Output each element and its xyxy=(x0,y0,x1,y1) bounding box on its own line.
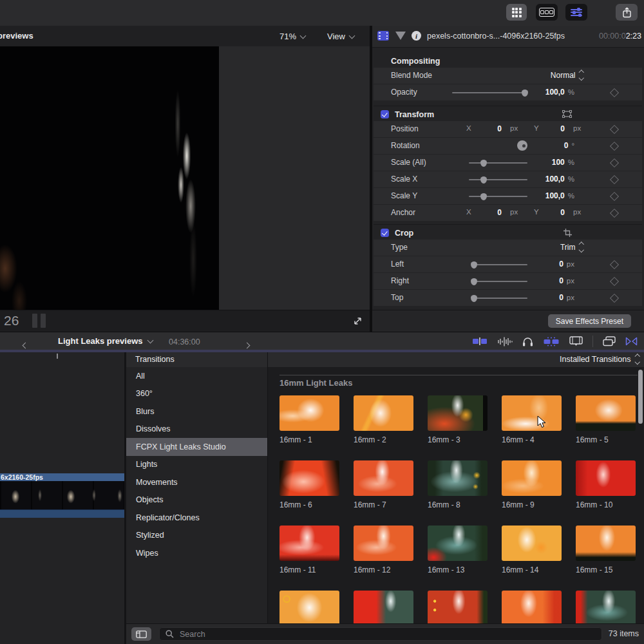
keyframe-diamond-icon[interactable] xyxy=(610,209,619,218)
category-blurs[interactable]: Blurs xyxy=(126,402,267,421)
transition-item[interactable]: 16mm - 9 xyxy=(502,460,562,526)
transition-item[interactable]: 16mm - 2 xyxy=(354,395,413,460)
effects-browser-icon[interactable] xyxy=(603,336,616,346)
crop-left-value[interactable]: 0px xyxy=(559,260,574,269)
scale-x-slider[interactable] xyxy=(469,179,527,180)
scale-y-slider[interactable] xyxy=(469,196,527,197)
viewer-zoom-menu[interactable]: 71% xyxy=(279,32,305,41)
transition-item[interactable]: 16mm - 12 xyxy=(354,526,413,591)
inspector-toggle-button[interactable] xyxy=(565,4,587,21)
timeline-clip[interactable]: 6x2160-25fps xyxy=(0,473,124,518)
transition-thumbnail[interactable] xyxy=(354,460,413,496)
search-field[interactable] xyxy=(159,627,602,641)
category-stylized[interactable]: Stylized xyxy=(126,527,267,545)
keyframe-diamond-icon[interactable] xyxy=(610,294,619,303)
rotation-knob[interactable] xyxy=(517,140,527,151)
crop-right-value[interactable]: 0px xyxy=(559,276,574,285)
audio-skimming-icon[interactable] xyxy=(497,337,513,346)
transition-thumbnail[interactable] xyxy=(576,460,636,496)
transition-item[interactable]: 16mm - 3 xyxy=(428,395,488,460)
keyframe-diamond-icon[interactable] xyxy=(610,277,619,286)
transition-item[interactable] xyxy=(428,591,488,623)
crop-top-slider[interactable] xyxy=(471,298,527,299)
scrub-handle[interactable] xyxy=(41,314,46,328)
transitions-browser-icon[interactable] xyxy=(625,337,638,346)
scrub-handle[interactable] xyxy=(32,314,37,328)
solo-headphones-icon[interactable] xyxy=(522,337,533,346)
transition-item[interactable]: 16mm - 7 xyxy=(354,460,413,526)
blend-mode-select[interactable]: Normal xyxy=(551,71,583,80)
keyframe-diamond-icon[interactable] xyxy=(610,260,619,269)
sidebar-toggle-button[interactable] xyxy=(131,627,151,641)
transition-thumbnail[interactable] xyxy=(502,526,562,561)
transition-thumbnail[interactable] xyxy=(576,591,636,623)
transition-thumbnail[interactable] xyxy=(428,460,488,496)
transition-item[interactable]: 16mm - 14 xyxy=(502,526,562,591)
search-input[interactable] xyxy=(178,629,503,639)
anchor-y-value[interactable]: 0 xyxy=(560,208,565,217)
transition-thumbnail[interactable] xyxy=(279,460,339,496)
transition-item[interactable]: 16mm - 11 xyxy=(279,526,339,591)
transition-thumbnail[interactable] xyxy=(279,395,339,431)
next-project-button[interactable] xyxy=(245,339,249,350)
transition-thumbnail[interactable] xyxy=(428,591,488,623)
crop-onscreen-icon[interactable] xyxy=(564,229,572,237)
transition-item[interactable]: 16mm - 4 xyxy=(502,395,562,460)
transform-onscreen-icon[interactable] xyxy=(562,110,572,118)
crop-left-slider[interactable] xyxy=(471,264,527,265)
transition-thumbnail[interactable] xyxy=(576,526,636,561)
keyframe-diamond-icon[interactable] xyxy=(610,125,619,134)
keyframe-diamond-icon[interactable] xyxy=(610,142,619,151)
opacity-slider[interactable] xyxy=(452,92,527,93)
project-title-menu[interactable]: Light Leaks previews xyxy=(58,336,153,346)
keyframe-diamond-icon[interactable] xyxy=(610,158,619,167)
category-360[interactable]: 360° xyxy=(126,385,267,403)
transform-checkbox[interactable] xyxy=(381,110,389,118)
grid-scrollbar[interactable] xyxy=(638,370,643,424)
trim-skim-icon[interactable] xyxy=(472,337,488,345)
opacity-value[interactable]: 100,0% xyxy=(545,88,574,97)
transition-item[interactable]: 16mm - 10 xyxy=(576,460,636,526)
rotation-value[interactable]: 0° xyxy=(564,141,574,150)
scale-y-value[interactable]: 100,0% xyxy=(545,191,574,200)
category-dissolves[interactable]: Dissolves xyxy=(126,421,267,439)
category-movements[interactable]: Movements xyxy=(126,473,267,491)
transition-item[interactable]: 16mm - 8 xyxy=(428,460,488,526)
transition-thumbnail[interactable] xyxy=(279,526,339,561)
category-wipes[interactable]: Wipes xyxy=(126,544,267,562)
scale-x-value[interactable]: 100,0% xyxy=(545,175,574,184)
category-replicator-clones[interactable]: Replicator/Clones xyxy=(126,509,267,527)
keyframe-diamond-icon[interactable] xyxy=(610,88,619,97)
color-inspector-tab[interactable] xyxy=(395,32,406,40)
transition-item[interactable]: 16mm - 6 xyxy=(279,460,339,526)
transition-item[interactable]: 16mm - 1 xyxy=(279,395,339,460)
video-inspector-tab[interactable] xyxy=(377,31,389,41)
transition-item[interactable] xyxy=(354,591,413,623)
crop-right-slider[interactable] xyxy=(471,281,527,282)
transition-item[interactable] xyxy=(279,591,339,623)
viewer-canvas[interactable] xyxy=(0,46,370,310)
transition-thumbnail[interactable] xyxy=(354,591,413,623)
position-x-value[interactable]: 0 xyxy=(497,124,502,133)
transition-thumbnail[interactable] xyxy=(279,591,339,623)
fullscreen-expand-icon[interactable] xyxy=(352,316,363,327)
transition-thumbnail[interactable] xyxy=(428,395,488,431)
keyframe-diamond-icon[interactable] xyxy=(610,192,619,201)
category-objects[interactable]: Objects xyxy=(126,491,267,509)
transition-thumbnail[interactable] xyxy=(428,526,488,561)
viewer-view-menu[interactable]: View xyxy=(327,32,354,41)
category-fcpx-light-leaks-studio[interactable]: FCPX Light Leaks Studio xyxy=(126,438,267,456)
transition-item[interactable] xyxy=(576,591,636,623)
transition-item[interactable]: 16mm - 15 xyxy=(576,526,636,591)
crop-type-select[interactable]: Trim xyxy=(560,243,583,252)
anchor-x-value[interactable]: 0 xyxy=(497,208,502,217)
transition-thumbnail[interactable] xyxy=(354,395,413,431)
snapping-icon[interactable] xyxy=(543,337,560,346)
timeline-index-button[interactable] xyxy=(536,4,558,21)
category-lights[interactable]: Lights xyxy=(126,456,267,474)
keyframe-diamond-icon[interactable] xyxy=(610,175,619,184)
timeline-index-film-icon[interactable] xyxy=(569,336,583,346)
save-effects-preset-button[interactable]: Save Effects Preset xyxy=(548,314,631,328)
transition-thumbnail[interactable] xyxy=(354,526,413,561)
transition-thumbnail[interactable] xyxy=(502,460,562,496)
